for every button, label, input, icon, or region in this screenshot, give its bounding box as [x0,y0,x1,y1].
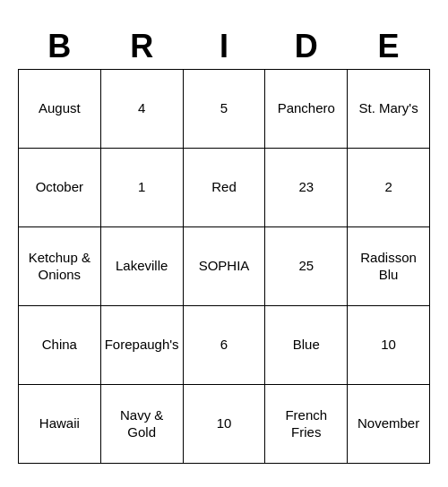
bingo-cell-3-1: Forepaugh's [100,305,183,384]
bingo-cell-1-2: Red [183,148,265,226]
bingo-cell-3-0: China [19,305,101,384]
bingo-cell-0-1: 4 [100,69,183,148]
bingo-row-2: Ketchup & OnionsLakevilleSOPHIA25Radisso… [19,226,430,305]
bingo-cell-0-3: Panchero [265,69,348,148]
header-col-e: E [348,24,430,70]
bingo-cell-3-4: 10 [348,305,430,384]
bingo-cell-2-4: Radisson Blu [348,226,430,305]
bingo-cell-0-2: 5 [183,69,265,148]
bingo-cell-4-1: Navy & Gold [100,384,183,463]
bingo-row-4: HawaiiNavy & Gold10French FriesNovember [19,384,430,463]
bingo-cell-0-4: St. Mary's [348,69,430,148]
bingo-cell-2-1: Lakeville [100,226,183,305]
bingo-body: August45PancheroSt. Mary'sOctober1Red232… [19,69,430,463]
bingo-cell-2-2: SOPHIA [183,226,265,305]
bingo-card: BRIDE August45PancheroSt. Mary'sOctober1… [18,24,430,464]
header-col-d: D [265,24,348,70]
bingo-cell-2-0: Ketchup & Onions [19,226,101,305]
bingo-cell-3-3: Blue [265,305,348,384]
bingo-cell-4-4: November [348,384,430,463]
bingo-row-0: August45PancheroSt. Mary's [19,69,430,148]
bingo-cell-3-2: 6 [183,305,265,384]
bingo-cell-2-3: 25 [265,226,348,305]
bingo-cell-0-0: August [19,69,101,148]
bingo-cell-1-0: October [19,148,101,226]
header-col-i: I [183,24,265,70]
header-col-b: B [19,24,101,70]
bingo-cell-4-2: 10 [183,384,265,463]
bingo-header-row: BRIDE [19,24,430,70]
bingo-cell-1-1: 1 [100,148,183,226]
header-col-r: R [100,24,183,70]
bingo-cell-1-4: 2 [348,148,430,226]
bingo-cell-4-3: French Fries [265,384,348,463]
bingo-row-1: October1Red232 [19,148,430,226]
bingo-cell-1-3: 23 [265,148,348,226]
bingo-cell-4-0: Hawaii [19,384,101,463]
bingo-row-3: ChinaForepaugh's6Blue10 [19,305,430,384]
